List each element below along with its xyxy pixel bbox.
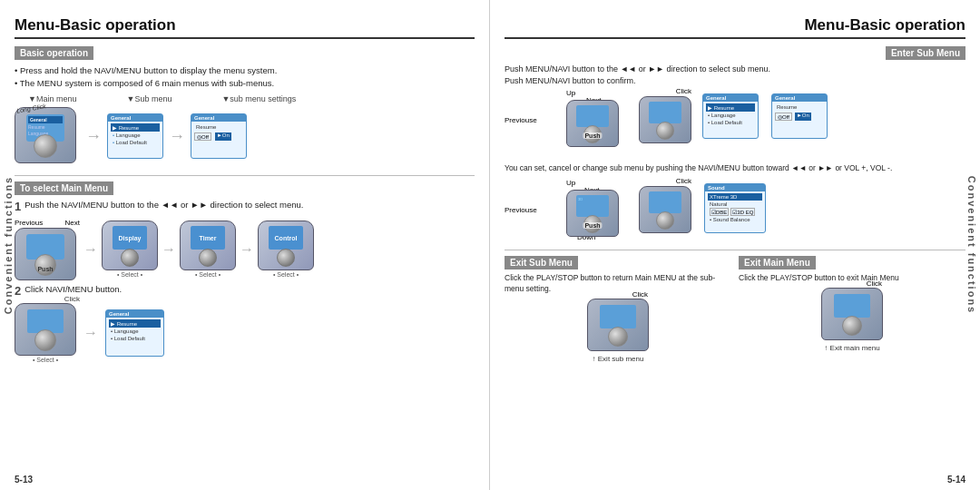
sound-panel-container: Sound XTreme 3D Natural ☑DBE ☑3D EQ • So… (704, 183, 766, 233)
menu-item-resume: ▶ Resume (111, 123, 160, 132)
enter-sub-menu-section: Enter Sub Menu Push MENU/NAVI button to … (505, 46, 965, 154)
menu-item-language: Language (111, 132, 160, 139)
timer-screen: Timer (191, 226, 225, 250)
device-prev-container: Previous Next Push (15, 219, 80, 280)
left-page: Menu-Basic operation Basic operation Pre… (0, 0, 490, 490)
step-1-text: Push the NAVI/MENU button to the ◄◄ or ►… (24, 200, 475, 210)
exit-main-text: Click the PLAY/STOP button to exit Main … (739, 273, 965, 284)
select-main-menu-section: To select Main Menu 1 Push the NAVI/MENU… (15, 181, 475, 363)
exit-sub-screen (600, 305, 636, 328)
sub-push2-device: 3D Push (566, 190, 619, 237)
step-2-device-row: Click • Select • → General ▶ Resume • La… (15, 303, 475, 363)
enter-sub-diagram: Previouse Up Next Push Click (505, 89, 965, 154)
exit-main-knob (842, 316, 862, 336)
bullet-2: The MENU system is composed of 6 main me… (15, 77, 475, 90)
previous-label: Previous (15, 219, 43, 227)
basic-operation-header: Basic operation (15, 46, 93, 60)
menu-panel-1: General ▶ Resume Language Load Default (107, 113, 163, 159)
right-language-1: • Language (706, 112, 755, 119)
sub-click-device (639, 96, 691, 143)
arrow-6: → (83, 325, 98, 341)
prev-next-labels: Previous Next (15, 219, 80, 227)
select-label-2: • Select • (180, 271, 236, 278)
sound-header: Sound (705, 184, 765, 191)
display-knob (121, 249, 139, 267)
sub-push2-screen: 3D (576, 195, 609, 217)
exit-sub-device: Click (587, 299, 649, 351)
load-default-item: • Load Default (109, 335, 161, 342)
control-device: Control (258, 220, 314, 270)
right-side-text: Convenient functions (966, 176, 977, 314)
arrow-1: → (85, 127, 102, 146)
step-2-number: 2 (15, 284, 21, 298)
arrow-4: → (162, 241, 176, 258)
exit-sub-click: Click (632, 290, 648, 299)
right-page: Menu-Basic operation Enter Sub Menu Push… (490, 0, 980, 490)
main-menu-label: ▼Main menu (28, 94, 76, 103)
enter-sub-menu-header: Enter Sub Menu (886, 46, 965, 60)
exit-main-header: Exit Main Menu (739, 256, 816, 270)
step2-menu-panel: General ▶ Resume • Language • Load Defau… (105, 309, 164, 357)
sub-nav-diagram: Previouse Up Next Down 3D Push Click Sou… (505, 179, 965, 244)
step-1-diagram: Previous Next Push → Display (15, 219, 475, 280)
sub-menu-settings-label: ▼sub menu settings (221, 94, 296, 103)
sub-menu-label: ▼Sub menu (126, 94, 172, 103)
arrow-3: → (83, 241, 98, 258)
right-general-panel-1: General ▶ Resume • Language • Load Defau… (702, 93, 759, 139)
menu-panel-2-header: General (191, 114, 246, 122)
up-label-1: Up (566, 89, 575, 97)
sub-click-knob (656, 122, 674, 140)
push-label-1: Push (37, 266, 53, 272)
labels-row: ▼Main menu ▼Sub menu ▼sub menu settings (28, 94, 475, 103)
arrow-5: → (240, 241, 254, 258)
exit-main-device-area: Click ↑ Exit main menu (739, 288, 965, 352)
divider-1 (15, 175, 475, 176)
bullet-1: Press and hold the NAVI/MENU button to d… (15, 64, 475, 77)
sound-balance-item: • Sound Balance (708, 216, 762, 223)
right-general-header-2: General (772, 94, 827, 102)
right-menu-1: General ▶ Resume • Language • Load Defau… (702, 93, 759, 139)
off-option: ◎Off (194, 132, 211, 141)
sub-click2-container: Click (639, 186, 691, 233)
menu-panel-1-header: General (108, 114, 162, 122)
next-label-1: Next (65, 219, 80, 227)
exit-sub-col: Exit Sub Menu Click the PLAY/STOP button… (505, 256, 731, 363)
right-resume-1: ▶ Resume (706, 103, 755, 112)
left-side-text: Convenient functions (3, 176, 14, 314)
select-main-menu-header: To select Main Menu (15, 181, 113, 195)
natural-item: Natural (708, 201, 762, 208)
step1-knob (34, 254, 56, 276)
right-general-header-1: General (703, 94, 758, 102)
sub-click-device-container: Click (639, 96, 691, 143)
right-onoff-row: ◎Off ►On (775, 113, 824, 121)
timer-knob (199, 249, 217, 267)
right-page-number: 5-14 (947, 475, 965, 485)
left-page-number: 5-13 (15, 475, 33, 485)
device-row-1: General Resume Language Long Click → Gen… (15, 107, 475, 166)
exit-main-menu-label: ↑ Exit main menu (739, 344, 965, 352)
step-1-device-row: Previous Next Push → Display (15, 219, 475, 280)
click-label-2: Click (676, 87, 691, 95)
dbe-row: ☑DBE ☑3D EQ (708, 208, 762, 216)
general-header: General (106, 310, 163, 318)
sub-push-device: Push (566, 100, 619, 147)
select-label-4: • Select • (15, 357, 76, 363)
right-resume-2: Resume (775, 103, 824, 111)
right-menu-2: General Resume ◎Off ►On (771, 93, 828, 139)
menu-panel-2-resume: Resume (194, 123, 243, 131)
on-option: ►On (215, 132, 231, 141)
exit-main-col: Exit Main Menu Click the PLAY/STOP butto… (739, 256, 965, 363)
push-label-2: Push (583, 132, 602, 139)
up-label-2: Up (566, 179, 575, 187)
previouse-label-1: Previouse (505, 116, 537, 124)
display-label: Display (119, 235, 142, 241)
step2-knob (34, 329, 56, 351)
step2-panel-container: General ▶ Resume • Language • Load Defau… (105, 309, 164, 357)
right-loaddefault-1: • Load Default (706, 119, 755, 126)
eq3d-icon: ☑3D EQ (730, 208, 755, 216)
click-label: Click (64, 295, 80, 303)
timer-label: Timer (200, 235, 217, 241)
exit-main-screen (834, 294, 870, 318)
select-label-3: • Select • (258, 271, 314, 278)
enter-sub-header-row: Enter Sub Menu (505, 46, 965, 64)
